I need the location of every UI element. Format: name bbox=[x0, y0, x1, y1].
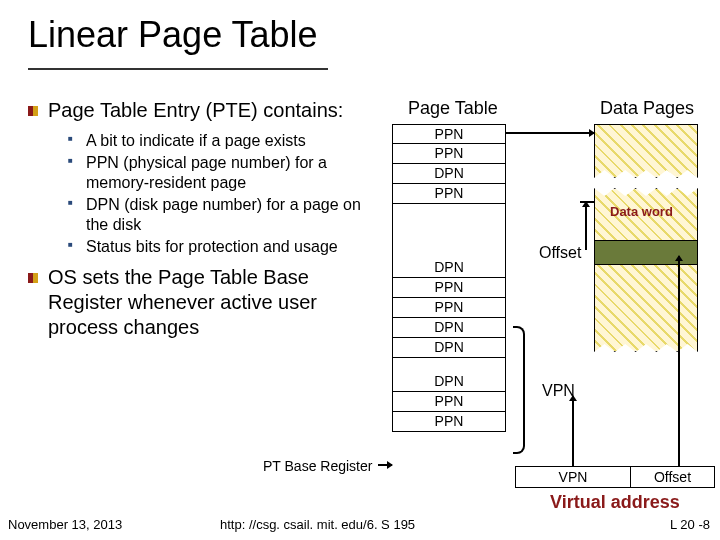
va-offset-field: Offset bbox=[631, 467, 714, 487]
diagram: Page Table Data Pages PPN PPN DPN PPN DP… bbox=[378, 98, 718, 498]
pt-cell: PPN bbox=[392, 144, 506, 164]
data-page-top bbox=[594, 124, 698, 178]
ptbr-arrow bbox=[378, 464, 392, 466]
pt-cell: DPN bbox=[392, 372, 506, 392]
offset-down-arrow bbox=[678, 256, 680, 466]
bullet-pte: Page Table Entry (PTE) contains: bbox=[28, 98, 373, 123]
offset-arrow bbox=[585, 202, 587, 250]
pt-cell: PPN bbox=[392, 392, 506, 412]
pt-cell: DPN bbox=[392, 258, 506, 278]
footer-url: http: //csg. csail. mit. edu/6. S 195 bbox=[220, 517, 415, 532]
data-word-row bbox=[595, 241, 697, 265]
pt-cell: PPN bbox=[392, 124, 506, 144]
pt-cell: PPN bbox=[392, 184, 506, 204]
sub-item: DPN (disk page number) for a page on the… bbox=[68, 195, 373, 235]
data-pages-column bbox=[594, 124, 698, 352]
pt-cell: DPN bbox=[392, 318, 506, 338]
footer-slide-number: L 20 -8 bbox=[670, 517, 710, 532]
va-vpn-field: VPN bbox=[516, 467, 631, 487]
data-word-label: Data word bbox=[610, 204, 673, 219]
footer-date: November 13, 2013 bbox=[8, 517, 122, 532]
ppn-arrow bbox=[506, 132, 594, 134]
virtual-address-bar: VPN Offset bbox=[515, 466, 715, 488]
pt-cell: DPN bbox=[392, 164, 506, 184]
pt-cell: PPN bbox=[392, 298, 506, 318]
virtual-address-label: Virtual address bbox=[550, 492, 680, 513]
sub-item: Status bits for protection and usage bbox=[68, 237, 373, 257]
content-area: Page Table Entry (PTE) contains: A bit t… bbox=[28, 98, 373, 348]
sub-item: A bit to indicate if a page exists bbox=[68, 131, 373, 151]
title-underline bbox=[28, 68, 328, 70]
pt-cell: DPN bbox=[392, 338, 506, 358]
pt-cell: PPN bbox=[392, 412, 506, 432]
bullet-os: OS sets the Page Table Base Register whe… bbox=[28, 265, 373, 340]
pt-gap bbox=[392, 204, 506, 258]
offset-label: Offset bbox=[539, 244, 581, 262]
ptbr-label: PT Base Register bbox=[263, 458, 372, 474]
vpn-arrow bbox=[572, 396, 574, 466]
sub-item: PPN (physical page number) for a memory-… bbox=[68, 153, 373, 193]
data-pages-label: Data Pages bbox=[600, 98, 694, 119]
page-table-column: PPN PPN DPN PPN DPN PPN PPN DPN DPN DPN … bbox=[392, 124, 506, 432]
page-table-label: Page Table bbox=[408, 98, 498, 119]
pt-gap bbox=[392, 358, 506, 372]
slide-title: Linear Page Table bbox=[0, 0, 720, 62]
vpn-brace bbox=[513, 326, 525, 454]
sublist-pte: A bit to indicate if a page exists PPN (… bbox=[68, 131, 373, 257]
pt-cell: PPN bbox=[392, 278, 506, 298]
